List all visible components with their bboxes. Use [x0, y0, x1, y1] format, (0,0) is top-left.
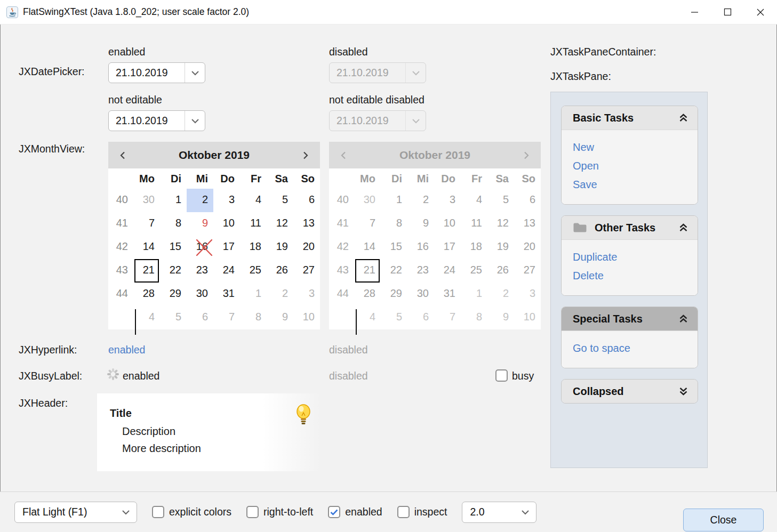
day-cell: 12: [487, 212, 514, 236]
month-title: Oktober 2019: [127, 149, 301, 162]
day-cell[interactable]: 19: [267, 236, 293, 259]
day-cell[interactable]: 9: [187, 212, 213, 236]
day-cell[interactable]: 2: [267, 283, 293, 306]
day-cell[interactable]: 9: [267, 306, 293, 329]
day-cell[interactable]: 25: [240, 259, 267, 283]
toolbar-checkbox-enabled[interactable]: enabled: [328, 506, 382, 518]
taskpane-header[interactable]: Basic Tasks: [562, 106, 698, 130]
taskpane-header[interactable]: Special Tasks: [562, 307, 698, 331]
day-cell[interactable]: 7: [213, 306, 240, 329]
day-cell[interactable]: 5: [267, 189, 293, 212]
day-cell[interactable]: 1: [160, 189, 187, 212]
day-cell[interactable]: 10: [213, 212, 240, 236]
day-cell[interactable]: 2: [187, 189, 213, 212]
day-cell[interactable]: 14: [133, 236, 160, 259]
prev-month-button[interactable]: [119, 151, 127, 160]
day-cell[interactable]: 8: [160, 212, 187, 236]
day-cell[interactable]: 3: [213, 189, 240, 212]
day-cell[interactable]: 26: [267, 259, 293, 283]
day-cell[interactable]: 12: [267, 212, 293, 236]
day-cell[interactable]: 30: [187, 283, 213, 306]
close-button[interactable]: Close: [683, 509, 764, 531]
minimize-button[interactable]: [678, 0, 711, 24]
day-cell[interactable]: 11: [240, 212, 267, 236]
taskpane-link[interactable]: Open: [573, 157, 698, 175]
checkbox-unchecked[interactable]: [397, 506, 410, 518]
day-cell[interactable]: 6: [293, 189, 320, 212]
taskpane-header[interactable]: Collapsed: [562, 380, 698, 403]
day-cell[interactable]: 8: [240, 306, 267, 329]
weekday-label: Di: [381, 168, 407, 189]
taskpane-label: JXTaskPane:: [550, 70, 611, 83]
datepicker-enabled-value[interactable]: 21.10.2019: [109, 63, 185, 83]
day-cell[interactable]: 20: [293, 236, 320, 259]
day-cell[interactable]: 28: [133, 283, 160, 306]
collapse-icon[interactable]: [678, 112, 689, 123]
taskpane-link[interactable]: Go to space: [573, 339, 698, 358]
day-cell: 6: [407, 306, 434, 329]
day-cell[interactable]: 4: [133, 306, 160, 329]
taskpane-link[interactable]: Duplicate: [573, 248, 698, 267]
weekday-corner: [108, 168, 133, 189]
day-cell: 18: [461, 236, 487, 259]
weekday-label: Mo: [354, 168, 381, 189]
weekday-header-row: MoDiMiDoFrSaSo: [329, 168, 541, 189]
collapse-icon[interactable]: [678, 222, 689, 233]
next-month-button[interactable]: [301, 151, 309, 160]
taskpane-link[interactable]: New: [573, 138, 698, 157]
checkbox-checked[interactable]: [328, 506, 340, 518]
scale-factor-value: 2.0: [470, 506, 484, 518]
day-cell[interactable]: 5: [160, 306, 187, 329]
day-cell: 14: [354, 236, 381, 259]
day-cell[interactable]: 18: [240, 236, 267, 259]
day-cell[interactable]: 1: [240, 283, 267, 306]
taskpane-link[interactable]: Save: [573, 175, 698, 194]
day-cell[interactable]: 15: [160, 236, 187, 259]
busy-checkbox[interactable]: [495, 369, 508, 382]
day-cell[interactable]: 30: [133, 189, 160, 212]
day-cell[interactable]: 22: [160, 259, 187, 283]
toolbar-checkbox-inspect[interactable]: inspect: [397, 506, 447, 518]
day-cell[interactable]: 27: [293, 259, 320, 283]
minimize-icon: [691, 8, 699, 16]
lightbulb-icon: [294, 403, 313, 428]
datepicker-enabled[interactable]: 21.10.2019: [108, 62, 205, 83]
toolbar-checkbox-explicit-colors[interactable]: explicit colors: [152, 506, 231, 518]
day-cell: 10: [514, 306, 541, 329]
week-number: 41: [108, 212, 133, 236]
taskpane-link[interactable]: Delete: [573, 267, 698, 285]
collapse-icon[interactable]: [678, 313, 689, 324]
day-cell[interactable]: 23: [187, 259, 213, 283]
day-cell[interactable]: 21: [133, 259, 160, 283]
expand-icon[interactable]: [678, 386, 689, 397]
taskpane-header[interactable]: Other Tasks: [562, 216, 698, 239]
toolbar-checkbox-right-to-left[interactable]: right-to-left: [246, 506, 313, 518]
checkbox-unchecked[interactable]: [246, 506, 259, 518]
day-cell[interactable]: 29: [160, 283, 187, 306]
day-cell[interactable]: 10: [293, 306, 320, 329]
checkbox-unchecked[interactable]: [152, 506, 164, 518]
day-cell[interactable]: 4: [240, 189, 267, 212]
prev-month-button: [340, 151, 348, 160]
scale-factor-combobox[interactable]: 2.0: [462, 502, 536, 523]
day-cell[interactable]: 13: [293, 212, 320, 236]
datepicker-not-editable[interactable]: 21.10.2019: [108, 110, 205, 131]
day-cell: 3: [514, 283, 541, 306]
close-window-button[interactable]: [744, 0, 777, 24]
taskpane-title: Other Tasks: [595, 222, 678, 234]
hyperlink-enabled[interactable]: enabled: [108, 344, 145, 356]
day-cell[interactable]: 31: [213, 283, 240, 306]
look-and-feel-combobox[interactable]: Flat Light (F1): [14, 502, 137, 523]
datepicker-disabled-dropdown-button: [405, 63, 426, 83]
datepicker-not-editable-dropdown-button[interactable]: [185, 111, 205, 131]
day-cell[interactable]: 3: [293, 283, 320, 306]
maximize-button[interactable]: [711, 0, 744, 24]
day-cell[interactable]: 6: [187, 306, 213, 329]
day-cell[interactable]: 17: [213, 236, 240, 259]
expand-chevrons-icon: [678, 386, 689, 397]
datepicker-enabled-dropdown-button[interactable]: [185, 63, 205, 83]
day-cell[interactable]: 24: [213, 259, 240, 283]
day-cell[interactable]: 7: [133, 212, 160, 236]
day-cell[interactable]: 16: [187, 236, 213, 259]
monthview-enabled[interactable]: Oktober 2019MoDiMiDoFrSaSo40301234564178…: [108, 142, 320, 329]
